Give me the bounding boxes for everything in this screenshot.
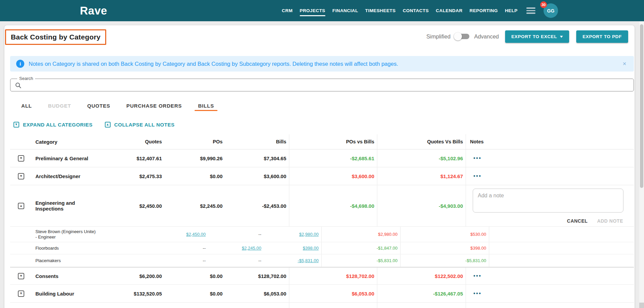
expand-row-icon: ▼ bbox=[20, 157, 23, 160]
row-notes-menu-button[interactable]: ••• bbox=[473, 173, 481, 179]
amount-value: $3,600.00 bbox=[264, 173, 286, 179]
vertical-scrollbar-thumb[interactable] bbox=[640, 24, 643, 188]
cell: $0.00 bbox=[377, 303, 466, 308]
nav-item-reporting[interactable]: REPORTING bbox=[470, 8, 498, 13]
amount-value: -$4,698.00 bbox=[350, 203, 374, 209]
expand-row-button[interactable]: ▼ bbox=[18, 173, 24, 179]
export-to-excel-label: EXPORT TO EXCEL bbox=[511, 34, 557, 39]
amount-link[interactable]: -$5,831.00 bbox=[298, 258, 319, 263]
expander-cell: ▼ bbox=[10, 167, 32, 185]
collapse-all-notes-button[interactable]: ▲ COLLAPSE ALL NOTES bbox=[105, 122, 175, 128]
collapse-row-button[interactable]: ▲ bbox=[18, 203, 24, 209]
row-notes-menu-button[interactable]: ••• bbox=[473, 155, 481, 161]
export-to-excel-button[interactable]: EXPORT TO EXCEL ▾ bbox=[505, 30, 569, 43]
add-note-textarea[interactable] bbox=[473, 189, 623, 213]
sub-notes-cell bbox=[489, 242, 634, 254]
cell: -- bbox=[145, 242, 208, 254]
tab-budget: BUDGET bbox=[45, 100, 75, 112]
category-name: Consents bbox=[35, 273, 58, 279]
sub-row: Floorboards--$2,245.00$398.00-$1,847.00$… bbox=[10, 242, 634, 254]
nav-item-crm[interactable]: CRM bbox=[282, 8, 293, 13]
nav-item-timesheets[interactable]: TIMESHEETS bbox=[365, 8, 396, 13]
expand-all-label: EXPAND ALL CATEGORIES bbox=[23, 122, 93, 128]
amount-link[interactable]: $2,245.00 bbox=[242, 246, 261, 251]
nav-item-financial[interactable]: FINANCIAL bbox=[332, 8, 358, 13]
search-input[interactable] bbox=[25, 79, 629, 91]
hamburger-menu-icon[interactable] bbox=[526, 7, 535, 14]
cell: -$126,467.05 bbox=[377, 285, 466, 302]
header-pos-vs-bills: POs vs Bills bbox=[289, 134, 377, 149]
amount-value: -$2,453.00 bbox=[262, 203, 286, 209]
search-field: Search bbox=[10, 79, 634, 91]
cell: -$5,102.96 bbox=[377, 149, 466, 167]
tab-bills[interactable]: BILLS bbox=[195, 100, 217, 112]
expand-row-button[interactable]: ▼ bbox=[18, 273, 24, 279]
nav-item-projects[interactable]: PROJECTS bbox=[300, 8, 325, 13]
sub-notes-cell bbox=[489, 227, 634, 242]
category-row: ▼Excavation$15,000.00$0.00$15,000.00$15,… bbox=[10, 303, 634, 308]
user-menu: 30 GG bbox=[544, 3, 558, 18]
expand-row-button[interactable]: ▼ bbox=[18, 290, 24, 297]
amount-value: $132,520.05 bbox=[134, 291, 162, 297]
table-actions: ▼ EXPAND ALL CATEGORIES ▲ COLLAPSE ALL N… bbox=[13, 120, 175, 129]
notes-cell: ••• bbox=[466, 303, 634, 308]
amount-link[interactable]: $398.00 bbox=[303, 246, 319, 251]
amount-value: $2,980.00 bbox=[378, 232, 398, 237]
sub-item-name: Floorboards bbox=[35, 246, 59, 251]
cell: -$4,903.00 bbox=[377, 185, 466, 226]
category-name: Building Labour bbox=[35, 291, 74, 297]
simplified-advanced-toggle[interactable] bbox=[455, 34, 469, 39]
category-name: Preliminary & General bbox=[35, 156, 88, 161]
header-category: Category bbox=[32, 134, 101, 149]
cell: -- bbox=[208, 227, 264, 242]
cell: $0.00 bbox=[165, 285, 225, 302]
category-name-cell: Architect/Designer bbox=[32, 167, 101, 185]
export-to-pdf-label: EXPORT TO PDF bbox=[583, 34, 622, 39]
tab-all[interactable]: ALL bbox=[18, 100, 35, 112]
amount-link[interactable]: $2,450.00 bbox=[186, 232, 206, 237]
info-icon: i bbox=[16, 60, 24, 68]
expander-cell: ▼ bbox=[10, 285, 32, 302]
cell: $0.00 bbox=[165, 303, 225, 308]
amount-link[interactable]: $2,980.00 bbox=[299, 232, 319, 237]
top-nav: Rave CRM PROJECTS FINANCIAL TIMESHEETS C… bbox=[0, 0, 644, 21]
expand-row-button[interactable]: ▼ bbox=[18, 155, 24, 162]
header-bills: Bills bbox=[225, 134, 289, 149]
cancel-note-button[interactable]: CANCEL bbox=[567, 218, 588, 224]
amount-value: -$2,685.61 bbox=[350, 156, 374, 161]
nav-item-calendar[interactable]: CALENDAR bbox=[436, 8, 463, 13]
amount-value: $7,304.65 bbox=[264, 156, 286, 161]
add-note-button[interactable]: ADD NOTE bbox=[597, 218, 623, 224]
info-banner: i Notes on Category is shared on both Ba… bbox=[10, 56, 634, 72]
amount-value: -- bbox=[258, 258, 261, 263]
nav-item-contacts[interactable]: CONTACTS bbox=[403, 8, 429, 13]
banner-close-icon[interactable]: ✕ bbox=[621, 60, 628, 68]
category-row: ▲Engineering and Inspections$2,450.00$2,… bbox=[10, 185, 634, 227]
category-row: ▼Consents$6,200.00$0.00$128,702.00$128,7… bbox=[10, 267, 634, 285]
category-name-cell: Preliminary & General bbox=[32, 149, 101, 167]
cell: -- bbox=[208, 254, 264, 267]
collapse-all-icon: ▲ bbox=[105, 122, 111, 128]
cell: $3,600.00 bbox=[225, 167, 289, 185]
nav-item-help[interactable]: HELP bbox=[505, 8, 518, 13]
expand-all-categories-button[interactable]: ▼ EXPAND ALL CATEGORIES bbox=[13, 122, 93, 128]
tab-purchase-orders[interactable]: PURCHASE ORDERS bbox=[123, 100, 185, 112]
export-to-pdf-button[interactable]: EXPORT TO PDF bbox=[576, 30, 628, 43]
cell: -$2,685.61 bbox=[289, 149, 377, 167]
amount-value: $1,124.67 bbox=[440, 173, 463, 179]
category-row: ▼Building Labour$132,520.05$0.00$6,053.0… bbox=[10, 285, 634, 303]
page-title: Back Costing by Category bbox=[11, 33, 100, 41]
sub-item-name: Steve Brown (Engineers Unite) bbox=[35, 229, 95, 234]
amount-value: -$4,903.00 bbox=[439, 203, 463, 209]
tab-quotes[interactable]: QUOTES bbox=[84, 100, 114, 112]
row-notes-menu-button[interactable]: ••• bbox=[473, 290, 481, 297]
category-name-cell: Building Labour bbox=[32, 285, 101, 302]
toggle-knob[interactable] bbox=[454, 32, 462, 40]
amount-value: $128,702.00 bbox=[258, 273, 286, 279]
expander-cell: ▲ bbox=[10, 185, 32, 226]
amount-value: $6,053.00 bbox=[352, 291, 374, 297]
app-logo[interactable]: Rave bbox=[80, 4, 107, 17]
sub-item-name-line2: - Engineer bbox=[35, 234, 56, 240]
row-notes-menu-button[interactable]: ••• bbox=[473, 273, 481, 279]
sub-item-name-cell: Placemakers bbox=[10, 254, 145, 267]
